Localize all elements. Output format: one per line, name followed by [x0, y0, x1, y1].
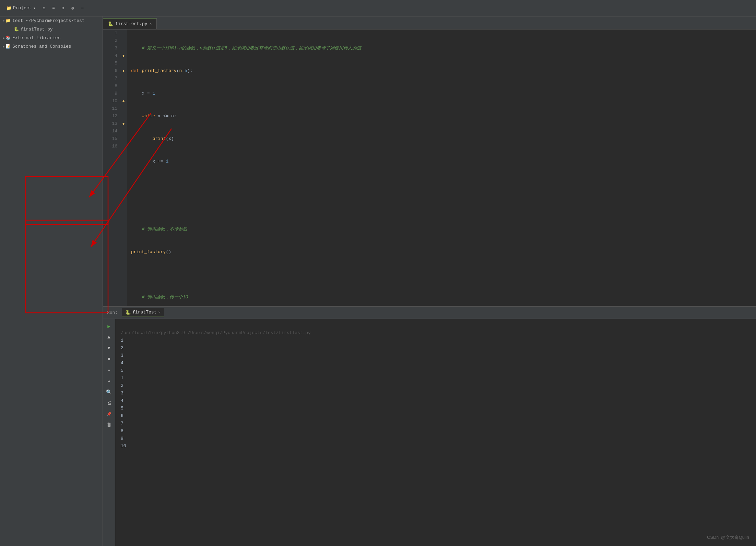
sidebar-item-label: firstTest.py	[21, 27, 53, 32]
toolbar-icon-4: ⚙	[71, 5, 74, 11]
chevron-right-icon: ▶	[3, 36, 5, 40]
scroll-up-button[interactable]: ▲	[105, 333, 114, 342]
run-tab-close[interactable]: ×	[158, 310, 161, 314]
code-editor[interactable]: 1 2 3 4 5 6 7 8 9 10 11 12 13 14 15 16	[103, 29, 756, 306]
run-tab-icon: 🐍	[125, 310, 131, 315]
run-button[interactable]: ▶	[105, 322, 114, 331]
folder-icon: 📁	[5, 18, 11, 23]
code-line-5: print(x)	[131, 135, 756, 143]
sidebar-item-test[interactable]: ▾ 📁 test ~/PycharmProjects/test	[0, 16, 103, 25]
output-1: 1 2 3 4 5	[121, 338, 123, 373]
sidebar-item-extlibs[interactable]: ▶ 📚 External Libraries	[0, 34, 103, 42]
tab-close-button[interactable]: ×	[150, 22, 152, 26]
code-line-8	[131, 203, 756, 211]
project-label: Project	[13, 5, 32, 11]
tab-firsttest[interactable]: 🐍 firstTest.py ×	[103, 18, 157, 29]
sidebar: ▾ 📁 test ~/PycharmProjects/test 🐍 firstT…	[0, 16, 103, 546]
scratch-icon: 📝	[5, 44, 11, 49]
toolbar-icon-5: —	[81, 5, 84, 11]
wrap-lines-button[interactable]: ≡	[105, 366, 114, 375]
code-line-4: while x <= n:	[131, 112, 756, 120]
bottom-panel: Run: 🐍 firstTest × ▶ ▲ ▼ ■ ≡ ⇌ 🔍	[103, 306, 756, 546]
tab-label: firstTest.py	[115, 21, 147, 26]
scroll-down-button[interactable]: ▼	[105, 344, 114, 353]
project-menu[interactable]: 📁 Project ▾	[4, 4, 38, 12]
code-content[interactable]: # 定义一个打印1-n的函数，n的默认值是5，如果调用者没有传则使用默认值，如果…	[127, 29, 756, 306]
run-tab-label: firstTest	[132, 310, 156, 315]
editor-tab-bar: 🐍 firstTest.py ×	[103, 16, 756, 29]
code-line-7	[131, 180, 756, 188]
command-line: /usr/local/bin/python3.9 /Users/wenqi/Py…	[121, 330, 311, 335]
sidebar-item-scratches[interactable]: ▶ 📝 Scratches and Consoles	[0, 42, 103, 51]
top-toolbar: 📁 Project ▾ ⊕ ≡ ≋ ⚙ —	[0, 0, 756, 16]
code-line-9: # 调用函数，不传参数	[131, 226, 756, 233]
code-line-6: x += 1	[131, 158, 756, 165]
code-line-10: print_factory()	[131, 248, 756, 256]
print-button[interactable]: 🖨	[105, 399, 114, 407]
stop-button[interactable]: ■	[105, 355, 114, 364]
watermark: CSDN @文大奇Quiin	[707, 534, 749, 541]
editor-area: 🐍 firstTest.py × 1 2 3 4 5 6 7 8 9 10 11…	[103, 16, 756, 546]
toolbar-btn-5[interactable]: —	[79, 4, 86, 12]
soft-wrap-button[interactable]: ⇌	[105, 377, 114, 385]
filter-button[interactable]: 🔍	[105, 388, 114, 396]
sidebar-item-label: External Libraries	[12, 35, 60, 40]
toolbar-icon-3: ≋	[62, 5, 64, 11]
run-content: ▶ ▲ ▼ ■ ≡ ⇌ 🔍 🖨 📌 🗑 /usr/local/bin/pytho…	[103, 319, 756, 546]
toolbar-btn-4[interactable]: ⚙	[69, 4, 76, 12]
chevron-down-icon: ▾	[3, 19, 5, 23]
code-line-3: x = 1	[131, 90, 756, 97]
python-tab-icon: 🐍	[108, 21, 113, 27]
toolbar-btn-1[interactable]: ⊕	[40, 4, 47, 12]
toolbar-btn-2[interactable]: ≡	[50, 4, 57, 12]
toolbar-icon-1: ⊕	[43, 5, 45, 11]
code-line-2: def print_factory(n=5):	[131, 67, 756, 75]
code-line-1: # 定义一个打印1-n的函数，n的默认值是5，如果调用者没有传则使用默认值，如果…	[131, 45, 756, 52]
run-label: Run:	[107, 310, 118, 315]
output-2: 1 2 3 4 5 6 7 8 9 10	[121, 376, 126, 449]
run-sidebar: ▶ ▲ ▼ ■ ≡ ⇌ 🔍 🖨 📌 🗑	[103, 319, 115, 546]
code-line-11	[131, 271, 756, 278]
trash-button[interactable]: 🗑	[105, 420, 114, 429]
extlib-icon: 📚	[5, 35, 11, 40]
main-area: ▾ 📁 test ~/PycharmProjects/test 🐍 firstT…	[0, 16, 756, 546]
python-file-icon: 🐍	[14, 27, 19, 32]
line-numbers: 1 2 3 4 5 6 7 8 9 10 11 12 13 14 15 16	[103, 29, 120, 306]
sidebar-item-label: Scratches and Consoles	[12, 44, 71, 49]
toolbar-btn-3[interactable]: ≋	[60, 4, 67, 12]
sidebar-item-firsttest[interactable]: 🐍 firstTest.py	[0, 25, 103, 34]
dropdown-icon: ▾	[33, 5, 36, 11]
code-line-12: # 调用函数，传一个10	[131, 294, 756, 301]
marker-column: ◆ ◆ ◆ ◆	[120, 29, 127, 306]
chevron-right-icon: ▶	[3, 45, 5, 49]
toolbar-icon-2: ≡	[52, 5, 55, 11]
run-tab-bar: Run: 🐍 firstTest ×	[103, 307, 756, 319]
output-area[interactable]: /usr/local/bin/python3.9 /Users/wenqi/Py…	[115, 319, 756, 546]
sidebar-item-label: test ~/PycharmProjects/test	[12, 18, 85, 23]
pin-button[interactable]: 📌	[105, 410, 114, 418]
run-tab-firsttest[interactable]: 🐍 firstTest ×	[122, 308, 164, 317]
folder-icon: 📁	[6, 5, 12, 11]
